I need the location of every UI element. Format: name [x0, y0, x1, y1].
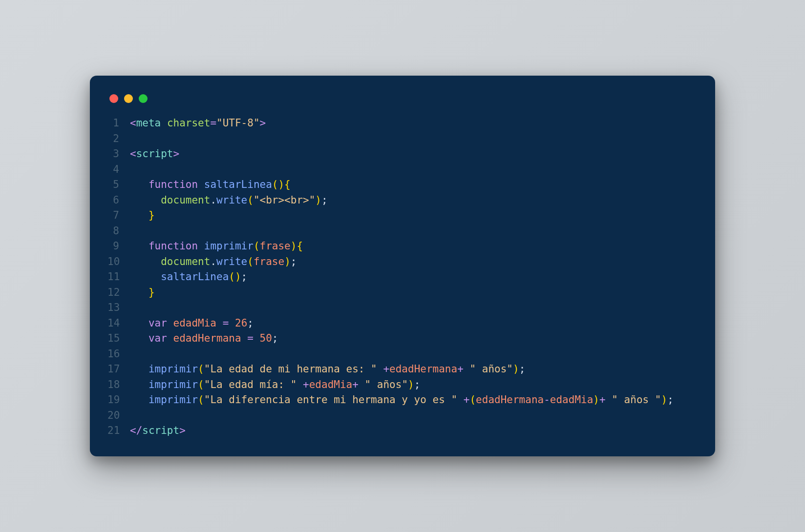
- line-number: 6: [107, 193, 130, 208]
- line-number: 5: [107, 177, 130, 193]
- token: ): [408, 379, 414, 390]
- code-line[interactable]: 2: [107, 131, 698, 147]
- token: 26: [235, 317, 247, 329]
- code-content[interactable]: function imprimir(frase){: [130, 239, 303, 254]
- token: saltarLinea: [204, 179, 272, 190]
- token: .: [210, 256, 216, 267]
- code-content[interactable]: function saltarLinea(){: [130, 177, 291, 193]
- token: [229, 317, 235, 329]
- code-line[interactable]: 3<script>: [107, 146, 698, 162]
- token: function: [148, 240, 204, 252]
- code-content[interactable]: document.write("<br><br>");: [130, 193, 328, 208]
- code-line[interactable]: 6 document.write("<br><br>");: [107, 193, 698, 208]
- code-content[interactable]: var edadHermana = 50;: [130, 331, 278, 347]
- token: [241, 332, 248, 344]
- line-number: 9: [107, 239, 130, 254]
- code-content[interactable]: [130, 162, 136, 178]
- line-number: 1: [107, 116, 130, 131]
- token: }: [148, 286, 155, 298]
- token: edadHermana: [389, 363, 457, 375]
- code-line[interactable]: 14 var edadMia = 26;: [107, 316, 698, 331]
- line-number: 8: [107, 224, 130, 239]
- token: (: [198, 363, 204, 375]
- token: var: [148, 317, 173, 329]
- token: ): [661, 394, 667, 406]
- token: +: [457, 363, 464, 375]
- code-line[interactable]: 19 imprimir("La diferencia entre mi herm…: [107, 392, 698, 408]
- token: [606, 394, 612, 406]
- zoom-icon[interactable]: [139, 94, 148, 103]
- code-line[interactable]: 10 document.write(frase);: [107, 254, 698, 270]
- code-line[interactable]: 17 imprimir("La edad de mi hermana es: "…: [107, 362, 698, 377]
- close-icon[interactable]: [109, 94, 118, 103]
- code-content[interactable]: imprimir("La diferencia entre mi hermana…: [130, 392, 674, 408]
- code-line[interactable]: 8: [107, 224, 698, 239]
- token: " años": [469, 363, 513, 375]
- token: function: [148, 179, 204, 190]
- code-line[interactable]: 4: [107, 162, 698, 178]
- code-content[interactable]: [130, 347, 136, 362]
- token: ;: [247, 317, 254, 329]
- code-content[interactable]: }: [130, 285, 155, 301]
- token: =: [223, 317, 229, 329]
- code-line[interactable]: 16: [107, 347, 698, 362]
- token: edadHermana: [476, 394, 544, 406]
- token: (: [247, 194, 254, 206]
- token: "<br><br>": [254, 194, 315, 206]
- token: ): [513, 363, 519, 375]
- token: +: [352, 379, 359, 390]
- code-line[interactable]: 15 var edadHermana = 50;: [107, 331, 698, 347]
- code-line[interactable]: 20: [107, 408, 698, 424]
- token: write: [216, 256, 247, 267]
- code-line[interactable]: 18 imprimir("La edad mía: " +edadMia+ " …: [107, 377, 698, 393]
- token: [297, 379, 303, 390]
- code-line[interactable]: 5 function saltarLinea(){: [107, 177, 698, 193]
- code-line[interactable]: 21</script>: [107, 423, 698, 439]
- token: <: [130, 148, 136, 160]
- token: {: [284, 179, 291, 190]
- token: <: [130, 117, 136, 129]
- code-line[interactable]: 11 saltarLinea();: [107, 269, 698, 285]
- token: (): [272, 179, 284, 190]
- token: [464, 363, 470, 375]
- token: ): [291, 240, 297, 252]
- code-content[interactable]: <meta charset="UTF-8">: [130, 116, 266, 131]
- code-content[interactable]: }: [130, 208, 155, 224]
- token: edadMia: [550, 394, 593, 406]
- line-number: 19: [107, 392, 130, 408]
- line-number: 20: [107, 408, 130, 424]
- code-line[interactable]: 12 }: [107, 285, 698, 301]
- code-content[interactable]: imprimir("La edad mía: " +edadMia+ " año…: [130, 377, 420, 393]
- line-number: 2: [107, 131, 130, 147]
- token: [130, 194, 161, 206]
- token: </: [130, 425, 142, 436]
- code-content[interactable]: [130, 300, 136, 316]
- minimize-icon[interactable]: [124, 94, 133, 103]
- code-content[interactable]: saltarLinea();: [130, 269, 247, 285]
- token: var: [148, 332, 173, 344]
- token: document: [161, 194, 210, 206]
- code-content[interactable]: document.write(frase);: [130, 254, 297, 270]
- token: ;: [667, 394, 674, 406]
- code-content[interactable]: [130, 224, 136, 239]
- token: {: [297, 240, 303, 252]
- token: charset: [167, 117, 211, 129]
- code-line[interactable]: 9 function imprimir(frase){: [107, 239, 698, 254]
- code-content[interactable]: </script>: [130, 423, 186, 439]
- token: [130, 363, 148, 375]
- token: >: [179, 425, 186, 436]
- code-editor[interactable]: 1<meta charset="UTF-8">2 3<script>4 5 fu…: [107, 116, 698, 439]
- token: ;: [414, 379, 421, 390]
- code-content[interactable]: <script>: [130, 146, 179, 162]
- code-line[interactable]: 7 }: [107, 208, 698, 224]
- token: imprimir: [148, 379, 198, 390]
- token: "La diferencia entre mi hermana y yo es …: [204, 394, 457, 406]
- code-line[interactable]: 13: [107, 300, 698, 316]
- code-content[interactable]: [130, 131, 136, 147]
- code-content[interactable]: var edadMia = 26;: [130, 316, 254, 331]
- line-number: 3: [107, 146, 130, 162]
- code-content[interactable]: [130, 408, 136, 424]
- code-content[interactable]: imprimir("La edad de mi hermana es: " +e…: [130, 362, 525, 377]
- line-number: 4: [107, 162, 130, 178]
- code-line[interactable]: 1<meta charset="UTF-8">: [107, 116, 698, 131]
